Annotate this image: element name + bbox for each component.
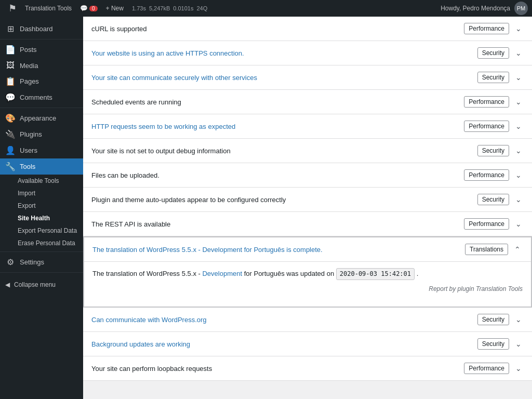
menu-separator-3 <box>0 251 83 252</box>
rest-chevron[interactable]: ⌄ <box>513 219 524 229</box>
perf-memory: 5,247kB <box>149 5 170 11</box>
submenu-export-personal[interactable]: Export Personal Data <box>0 224 83 237</box>
site-name-button[interactable]: Translation Tools <box>21 0 76 17</box>
autoupdates-chevron[interactable]: ⌄ <box>513 194 524 205</box>
secure-comm-title: Your site can communicate securely with … <box>91 74 477 82</box>
submenu-export[interactable]: Export <box>0 200 83 212</box>
submenu-import[interactable]: Import <box>0 187 83 200</box>
sidebar-item-media[interactable]: 🖼 Media <box>0 58 83 73</box>
health-list: cURL is supported Performance ⌄ Your web… <box>83 17 532 381</box>
health-row-http[interactable]: HTTP requests seem to be working as expe… <box>83 114 532 139</box>
sidebar-item-pages[interactable]: 📋 Pages <box>0 73 83 89</box>
health-row-loopback[interactable]: Your site can perform loopback requests … <box>83 356 532 381</box>
background-updates-badge: Security <box>477 338 509 350</box>
health-row-translation[interactable]: The translation of WordPress 5.5.x - Dev… <box>83 236 532 308</box>
sidebar-item-users[interactable]: 👤 Users <box>0 142 83 158</box>
perf-time: 1.73s <box>132 5 146 11</box>
admin-bar: ⚑ Translation Tools 💬 0 + New 1.73s 5,24… <box>0 0 532 17</box>
sidebar-item-plugins[interactable]: 🔌 Plugins <box>0 126 83 142</box>
media-icon: 🖼 <box>5 61 16 70</box>
communicate-badge: Security <box>477 314 509 325</box>
health-row-debug[interactable]: Your site is not set to output debug inf… <box>83 139 532 163</box>
collapse-menu-label: Collapse menu <box>14 281 56 288</box>
tools-icon: 🔧 <box>5 162 16 171</box>
autoupdates-badge: Security <box>477 194 509 205</box>
translation-row-header[interactable]: The translation of WordPress 5.5.x - Dev… <box>84 237 531 261</box>
health-row-https[interactable]: Your website is using an active HTTPS co… <box>83 41 532 65</box>
submenu-erase-personal[interactable]: Erase Personal Data <box>0 237 83 249</box>
https-badge: Security <box>477 47 509 59</box>
content-area: cURL is supported Performance ⌄ Your web… <box>83 17 532 399</box>
translation-timestamp: 2020-09-03 15:42:01 <box>336 268 415 280</box>
curl-chevron[interactable]: ⌄ <box>513 23 524 34</box>
background-updates-chevron[interactable]: ⌄ <box>513 339 524 349</box>
sidebar: ⊞ Dashboard 📄 Posts 🖼 Media 📋 Pages 💬 Co… <box>0 17 83 399</box>
debug-title: Your site is not set to output debug inf… <box>91 147 477 155</box>
health-row-secure-comm[interactable]: Your site can communicate securely with … <box>83 65 532 90</box>
translation-chevron[interactable]: ⌃ <box>512 244 523 255</box>
posts-label: Posts <box>20 46 37 54</box>
background-updates-title: Background updates are working <box>91 340 477 348</box>
sidebar-item-appearance[interactable]: 🎨 Appearance <box>0 110 83 126</box>
site-name-label: Translation Tools <box>25 5 72 12</box>
collapse-arrow-icon: ◀ <box>5 281 10 288</box>
tools-label: Tools <box>20 163 35 170</box>
plugins-label: Plugins <box>20 130 42 138</box>
health-row-autoupdates[interactable]: Plugin and theme auto-updates appear to … <box>83 188 532 212</box>
wp-logo-icon: ⚑ <box>8 3 17 14</box>
new-label: + New <box>106 5 124 12</box>
secure-comm-chevron[interactable]: ⌄ <box>513 72 524 83</box>
perf-queries-time: 0.0101s <box>173 5 193 11</box>
report-by-label: Report by plugin Translation Tools <box>92 284 523 294</box>
menu-separator-2 <box>0 108 83 108</box>
health-row-background-updates[interactable]: Background updates are working Security … <box>83 332 532 356</box>
sidebar-item-posts[interactable]: 📄 Posts <box>0 42 83 58</box>
wp-logo-button[interactable]: ⚑ <box>4 0 21 17</box>
sidebar-item-dashboard[interactable]: ⊞ Dashboard <box>0 21 83 37</box>
curl-badge: Performance <box>464 23 509 34</box>
health-row-scheduled[interactable]: Scheduled events are running Performance… <box>83 90 532 114</box>
health-row-curl[interactable]: cURL is supported Performance ⌄ <box>83 17 532 41</box>
sidebar-item-comments[interactable]: 💬 Comments <box>0 89 83 105</box>
health-row-rest[interactable]: The REST API is available Performance ⌄ <box>83 212 532 236</box>
translation-badge: Translations <box>465 244 508 255</box>
sidebar-item-settings[interactable]: ⚙ Settings <box>0 254 83 270</box>
plugins-icon: 🔌 <box>5 129 16 139</box>
health-row-communicate[interactable]: Can communicate with WordPress.org Secur… <box>83 308 532 332</box>
submenu-available-tools[interactable]: Available Tools <box>0 175 83 187</box>
rest-badge: Performance <box>464 218 509 230</box>
comments-menu-icon: 💬 <box>5 92 16 102</box>
menu-separator-1 <box>0 39 83 39</box>
health-row-upload[interactable]: Files can be uploaded. Performance ⌄ <box>83 163 532 188</box>
scheduled-chevron[interactable]: ⌄ <box>513 97 524 107</box>
dashboard-label: Dashboard <box>20 25 53 33</box>
translation-link[interactable]: Development <box>202 270 242 277</box>
submenu-site-health[interactable]: Site Health <box>0 212 83 224</box>
comments-count: 0 <box>89 6 98 11</box>
loopback-chevron[interactable]: ⌄ <box>513 363 524 374</box>
new-content-button[interactable]: + New <box>102 0 128 17</box>
comments-icon: 💬 <box>80 5 88 12</box>
upload-chevron[interactable]: ⌄ <box>513 170 524 180</box>
scheduled-title: Scheduled events are running <box>91 98 464 106</box>
loopback-title: Your site can perform loopback requests <box>91 365 464 373</box>
settings-label: Settings <box>20 258 44 266</box>
https-chevron[interactable]: ⌄ <box>513 48 524 58</box>
debug-chevron[interactable]: ⌄ <box>513 145 524 156</box>
menu-separator-4 <box>0 272 83 273</box>
translation-detail: The translation of WordPress 5.5.x - Dev… <box>92 268 523 280</box>
scheduled-badge: Performance <box>464 96 509 108</box>
upload-title: Files can be uploaded. <box>91 171 464 179</box>
comments-button[interactable]: 💬 0 <box>76 0 102 17</box>
users-icon: 👤 <box>5 145 16 155</box>
avatar: PM <box>514 2 528 15</box>
autoupdates-title: Plugin and theme auto-updates appear to … <box>91 196 477 204</box>
main-layout: ⊞ Dashboard 📄 Posts 🖼 Media 📋 Pages 💬 Co… <box>0 17 532 399</box>
sidebar-item-tools[interactable]: 🔧 Tools <box>0 158 83 175</box>
communicate-chevron[interactable]: ⌄ <box>513 314 524 325</box>
settings-icon: ⚙ <box>5 257 16 267</box>
translation-title: The translation of WordPress 5.5.x - Dev… <box>92 246 465 254</box>
appearance-icon: 🎨 <box>5 113 16 123</box>
http-chevron[interactable]: ⌄ <box>513 121 524 131</box>
collapse-menu-button[interactable]: ◀ Collapse menu <box>0 277 83 292</box>
